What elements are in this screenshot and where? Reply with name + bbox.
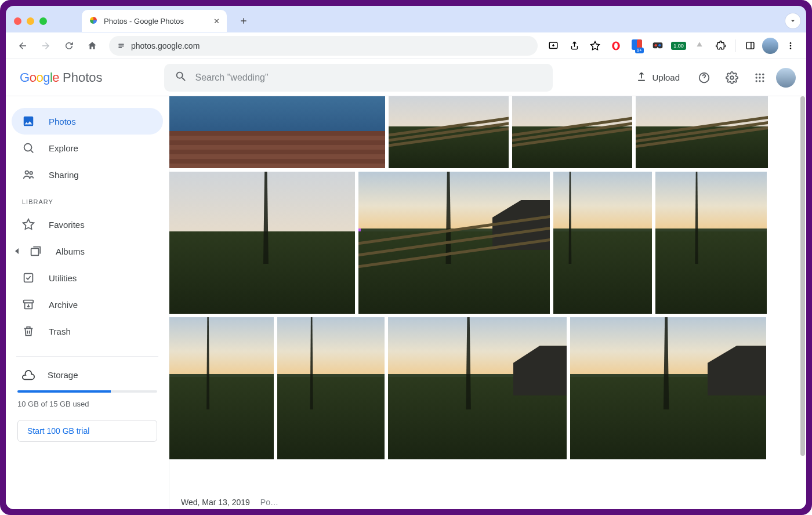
account-avatar[interactable] [776,68,796,88]
opera-extension-icon[interactable] [607,37,625,55]
extensions-puzzle-icon[interactable] [712,37,729,55]
site-info-icon[interactable] [117,42,125,50]
scrollbar[interactable] [800,96,805,509]
sidebar-item-label: Trash [49,327,71,336]
svg-point-27 [26,171,29,175]
chrome-menu-icon[interactable] [782,37,799,55]
share-icon[interactable] [566,37,583,55]
svg-point-12 [790,42,792,44]
sidebar-item-albums[interactable]: Albums [12,238,163,264]
sidebar-item-favorites[interactable]: Favorites [12,211,163,238]
search-input[interactable] [195,72,542,83]
photo-thumbnail[interactable] [512,96,632,168]
svg-rect-31 [24,300,34,303]
svg-point-26 [24,144,32,151]
bookmark-icon[interactable] [586,37,604,55]
sidebar-item-archive[interactable]: Archive [12,291,163,318]
browser-tab[interactable]: Photos - Google Photos ✕ [82,10,227,32]
svg-point-24 [759,80,760,82]
reload-button[interactable] [59,36,79,56]
svg-point-8 [655,44,657,46]
date-label: Wed, Mar 13, 2019 [181,498,250,507]
upload-button[interactable]: Upload [628,66,688,89]
url-text: photos.google.com [131,41,200,50]
photo-thumbnail-selected[interactable] [358,172,550,314]
sidebar-item-label: Archive [49,300,78,310]
extension-goggles-icon[interactable] [649,37,666,55]
chrome-profile-avatar[interactable] [762,38,778,54]
svg-point-22 [762,77,764,78]
search-icon [175,70,187,85]
upload-label: Upload [652,72,680,82]
svg-rect-30 [24,274,33,282]
minimize-window-button[interactable] [27,17,34,25]
sidebar-item-photos[interactable]: Photos [12,108,163,135]
window-controls [14,17,47,25]
svg-rect-0 [118,43,124,45]
storage-usage-text: 10 GB of 15 GB used [12,398,163,416]
photo-thumbnail[interactable] [277,317,385,459]
photo-thumbnail[interactable] [636,96,768,168]
settings-button[interactable] [720,66,744,89]
toolbar-divider [735,39,735,52]
sidebar-item-label: Favorites [49,220,85,230]
photo-thumbnail[interactable] [169,96,385,168]
forward-button[interactable] [36,36,56,56]
sidebar-item-label: Utilities [49,273,77,283]
tab-title: Photos - Google Photos [104,17,208,26]
sidebar-item-sharing[interactable]: Sharing [12,161,163,188]
svg-point-5 [614,42,618,49]
search-bar[interactable] [164,64,553,92]
new-tab-button[interactable] [235,12,252,30]
sidebar-item-label: Sharing [49,170,79,180]
svg-point-17 [756,73,757,75]
photo-thumbnail[interactable] [169,317,274,459]
back-button[interactable] [13,36,32,56]
photo-thumbnail[interactable] [553,172,652,314]
svg-rect-1 [118,45,124,46]
address-bar[interactable]: photos.google.com [109,36,538,56]
start-trial-button[interactable]: Start 100 GB trial [17,420,157,442]
svg-point-14 [790,48,792,49]
photo-thumbnail[interactable] [388,317,567,459]
photo-thumbnail[interactable] [655,172,767,314]
photo-thumbnail[interactable] [389,96,509,168]
extension-grey-icon[interactable] [691,37,708,55]
svg-point-9 [658,44,661,46]
svg-point-13 [790,45,792,46]
upload-icon [636,71,647,84]
extension-price-icon[interactable]: 1.00 [670,37,687,55]
side-panel-icon[interactable] [741,37,759,55]
browser-tab-strip: Photos - Google Photos ✕ [6,6,806,32]
svg-point-28 [30,172,32,175]
photo-grid: Wed, Mar 13, 2019 Po… [169,96,806,509]
maximize-window-button[interactable] [39,17,47,25]
storage-meter-fill [17,390,111,393]
date-secondary-label: Po… [260,498,278,507]
google-photos-favicon-icon [89,16,98,27]
google-photos-logo[interactable]: Google Photos [20,70,103,85]
svg-rect-29 [31,248,39,255]
sidebar-item-label: Albums [56,246,85,256]
sidebar-item-trash[interactable]: Trash [12,318,163,344]
expand-caret-icon[interactable] [15,248,19,254]
sidebar-item-utilities[interactable]: Utilities [12,264,163,291]
photo-thumbnail[interactable] [570,317,766,459]
sidebar-item-label: Photos [49,117,76,126]
install-app-icon[interactable] [545,37,562,55]
sidebar-item-explore[interactable]: Explore [12,135,163,161]
photo-thumbnail[interactable] [169,172,355,314]
close-window-button[interactable] [14,17,21,25]
tabs-dropdown-button[interactable] [785,13,800,28]
date-section-header: Wed, Mar 13, 2019 Po… [181,498,278,507]
apps-grid-button[interactable] [748,66,771,89]
close-tab-icon[interactable]: ✕ [213,17,220,26]
sidebar-divider [16,356,158,357]
svg-point-18 [759,73,760,75]
home-button[interactable] [82,36,102,56]
extension-badge-1[interactable]: 9+ [628,37,646,55]
svg-point-21 [759,77,760,78]
help-button[interactable] [693,66,716,89]
svg-point-20 [756,77,757,78]
sidebar-item-storage[interactable]: Storage [12,365,163,385]
